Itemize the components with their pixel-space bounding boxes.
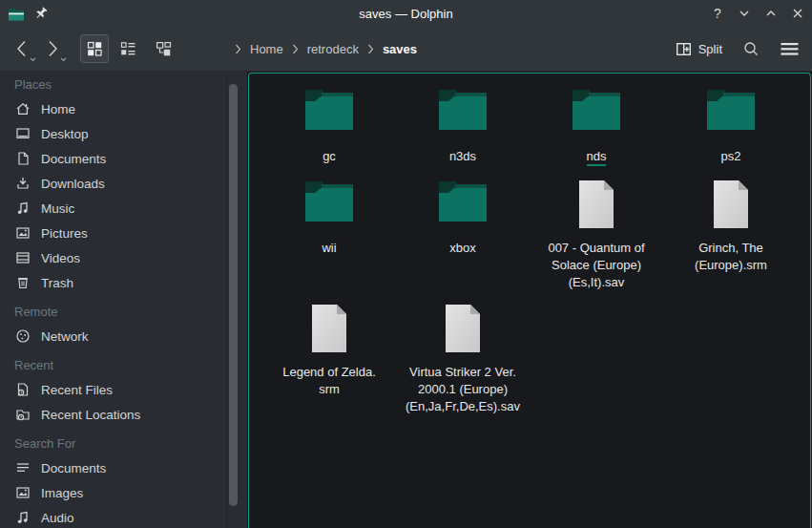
breadcrumb-saves[interactable]: saves: [383, 42, 417, 56]
split-label: Split: [698, 42, 722, 56]
file-item-virtua-striker-2[interactable]: Virtua Striker 2 Ver.2000.1 (Europe)(En,…: [396, 304, 530, 415]
sidebar-item-videos[interactable]: Videos: [0, 245, 247, 270]
close-button[interactable]: [789, 5, 806, 22]
folder-icon: [436, 88, 489, 141]
section-recent: Recent Recent Files Recent Locations: [0, 352, 247, 427]
sidebar-item-downloads[interactable]: Downloads: [0, 171, 247, 196]
tree-view-button[interactable]: [149, 34, 177, 63]
file-icon: [310, 304, 348, 357]
recent-files-icon: [15, 382, 31, 397]
file-item-legend-of-zelda[interactable]: Legend of Zelda.srm: [262, 304, 396, 398]
places-panel: Places Home Desktop Documents Downloads: [0, 72, 247, 528]
sidebar-item-trash[interactable]: Trash: [0, 270, 247, 295]
image-icon: [15, 485, 31, 500]
icons-view-button[interactable]: [80, 34, 109, 63]
sidebar-item-home[interactable]: Home: [0, 96, 247, 121]
search-button[interactable]: [738, 35, 764, 62]
details-view-button[interactable]: [114, 34, 142, 63]
desktop-icon: [15, 126, 31, 141]
film-icon: [15, 250, 31, 265]
split-button[interactable]: Split: [674, 38, 724, 60]
section-header-recent: Recent: [0, 352, 247, 377]
panel-separator: [226, 72, 227, 528]
file-item-grinch-the[interactable]: Grinch, The(Europe).srm: [664, 180, 798, 274]
folder-icon: [302, 180, 356, 233]
recent-locations-icon: [15, 407, 31, 422]
file-item-007-quantum-of-solace[interactable]: 007 - Quantum ofSolace (Europe)(Es,It).s…: [530, 180, 663, 291]
maximize-button[interactable]: [762, 5, 780, 22]
sidebar-item-desktop[interactable]: Desktop: [0, 121, 247, 146]
sidebar-item-label: Music: [41, 201, 74, 216]
toolbar: Home retrodeck saves Split: [0, 27, 812, 72]
music-note-icon: [15, 201, 31, 216]
sidebar-item-label: Downloads: [41, 177, 105, 191]
sidebar-scrollbar[interactable]: [229, 84, 238, 506]
back-dropdown-caret: [30, 57, 36, 62]
item-label: Legend of Zelda.srm: [282, 364, 376, 398]
breadcrumb-home[interactable]: Home: [250, 42, 283, 56]
text-lines-icon: [15, 460, 31, 475]
search-icon: [742, 40, 760, 57]
app-folder-icon: [8, 7, 25, 21]
sidebar-item-label: Documents: [41, 152, 106, 166]
sidebar-item-recent-locations[interactable]: Recent Locations: [0, 402, 247, 427]
folder-icon: [704, 88, 758, 141]
item-label: gc: [323, 148, 336, 165]
item-label: xbox: [449, 240, 475, 257]
item-label: 007 - Quantum ofSolace (Europe)(Es,It).s…: [548, 240, 644, 291]
folder-icon: [436, 180, 489, 233]
folder-item-n3ds[interactable]: n3ds: [396, 88, 530, 165]
download-icon: [15, 176, 31, 191]
sidebar-item-label: Recent Files: [41, 383, 113, 397]
sidebar-item-label: Recent Locations: [41, 408, 140, 422]
item-label: Grinch, The(Europe).srm: [695, 240, 767, 274]
forward-button[interactable]: [40, 34, 65, 63]
sidebar-item-label: Videos: [41, 251, 80, 265]
trash-icon: [15, 275, 31, 290]
section-remote: Remote Network: [0, 299, 247, 348]
sidebar-item-recent-files[interactable]: Recent Files: [0, 377, 247, 402]
sidebar-item-documents[interactable]: Documents: [0, 146, 247, 171]
sidebar-item-network[interactable]: Network: [0, 324, 247, 348]
help-button[interactable]: ?: [709, 5, 726, 22]
hamburger-menu-button[interactable]: [776, 35, 802, 62]
item-label: ps2: [721, 148, 741, 165]
sidebar-item-label: Audio: [41, 511, 74, 525]
section-header-places: Places: [0, 72, 247, 96]
sidebar-item-search-documents[interactable]: Documents: [0, 455, 247, 480]
window-title: saves — Dolphin: [0, 7, 812, 21]
sidebar-item-label: Pictures: [41, 226, 88, 241]
folder-item-gc[interactable]: gc: [262, 88, 396, 165]
document-icon: [15, 151, 31, 166]
window-controls: ?: [709, 0, 806, 27]
section-header-remote: Remote: [0, 299, 247, 324]
details-view-icon: [120, 41, 135, 56]
sidebar-item-search-audio[interactable]: Audio: [0, 505, 247, 528]
sidebar-item-search-images[interactable]: Images: [0, 480, 247, 505]
folder-item-xbox[interactable]: xbox: [396, 180, 530, 257]
sidebar-item-label: Network: [41, 329, 89, 344]
breadcrumb-retrodeck[interactable]: retrodeck: [307, 42, 359, 56]
folder-item-ps2[interactable]: ps2: [664, 88, 798, 165]
section-header-search-for: Search For: [0, 431, 247, 455]
network-icon: [15, 328, 31, 344]
sidebar-item-music[interactable]: Music: [0, 196, 247, 221]
hamburger-icon: [781, 42, 799, 56]
item-label: n3ds: [449, 148, 476, 165]
sidebar-item-label: Images: [41, 486, 83, 500]
home-icon: [15, 101, 31, 116]
section-search-for: Search For Documents Images Audio: [0, 431, 247, 528]
back-button[interactable]: [10, 34, 34, 63]
folder-item-wii[interactable]: wii: [262, 180, 396, 257]
pin-icon[interactable]: [34, 7, 48, 20]
icons-view-icon: [87, 41, 102, 56]
file-icon: [444, 304, 482, 357]
folder-item-nds[interactable]: nds: [530, 88, 663, 166]
folder-view[interactable]: gc n3ds nds ps2 wii: [248, 73, 811, 528]
breadcrumb-chevron-icon: [235, 44, 241, 54]
sidebar-item-pictures[interactable]: Pictures: [0, 221, 247, 245]
titlebar[interactable]: saves — Dolphin ?: [0, 0, 812, 27]
item-label: nds: [587, 148, 607, 166]
minimize-button[interactable]: [736, 5, 753, 22]
item-label: Virtua Striker 2 Ver.2000.1 (Europe)(En,…: [406, 364, 520, 415]
